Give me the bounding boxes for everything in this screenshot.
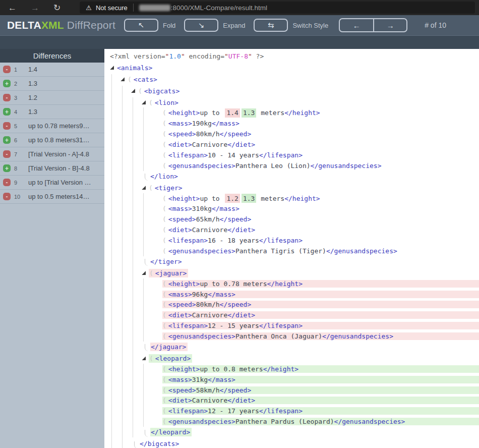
- text-content: 65km/h: [196, 215, 220, 223]
- close-tag-wrap: </lion>: [150, 173, 178, 180]
- element-bracket-icon: (: [149, 184, 153, 192]
- diff-list-item[interactable]: -7[Trial Version - A]-4.8: [0, 147, 104, 161]
- xml-element-cats: (<cats>(<bigcats>(<lion>(<height>up to 1…: [121, 74, 479, 448]
- diff-index: 5: [14, 123, 23, 129]
- collapse-toggle-icon[interactable]: [142, 186, 146, 190]
- fold-button[interactable]: ↖: [124, 19, 158, 32]
- close-tag: </leopard>: [151, 428, 190, 436]
- open-tag: <animals>: [117, 64, 152, 72]
- leaf-bracket-icon: (: [162, 226, 166, 234]
- leaf-line-fill: (<diet>Carnivore</diet>: [162, 311, 479, 319]
- declaration-close: ?>: [252, 52, 264, 60]
- open-tag: <speed>: [168, 215, 196, 223]
- close-tag: </diet>: [227, 226, 255, 234]
- reload-icon[interactable]: ↻: [53, 4, 61, 12]
- text-content: 58km/h: [196, 386, 220, 394]
- open-tag-line: (<tiger>: [142, 183, 479, 193]
- xml-diff-panel: <?xml version="1.0" encoding="UTF-8" ?><…: [104, 49, 479, 448]
- collapse-toggle-icon[interactable]: [121, 77, 125, 81]
- open-tag-line: (<bigcats>: [131, 86, 479, 96]
- declaration-open: <?xml version=: [110, 52, 165, 60]
- xml-leaf-genusandspecies: (<genusandspecies>Panthera Onca (Jaguar)…: [152, 331, 479, 342]
- xml-leaf-height: (<height>up to 1.21.3 meters</height>: [152, 193, 479, 204]
- not-secure-label: Not secure: [96, 4, 128, 12]
- close-tag: </genusandspecies>: [334, 418, 405, 425]
- fold-hook-icon: [145, 174, 148, 181]
- open-tag-wrap: (<cats>: [128, 76, 157, 83]
- leaf-bracket-icon: (: [162, 195, 166, 202]
- text-content: 310kg: [192, 205, 212, 212]
- leaf-line-fill: (<lifespan>16 - 18 years</lifespan>: [162, 237, 479, 244]
- diff-list-item[interactable]: -5up to 0.78 meters9…: [0, 119, 104, 133]
- close-tag: </genusandspecies>: [311, 162, 382, 170]
- previous-arrow-icon: ←: [353, 21, 361, 30]
- diff-text: [Trial Version - B]-4.8: [28, 164, 90, 172]
- previous-diff-button[interactable]: ←: [340, 19, 373, 31]
- xml-encoding-value: UTF-8: [228, 52, 248, 60]
- diff-list-item[interactable]: +41.3: [0, 105, 104, 119]
- leaf-bracket-icon: (: [162, 418, 166, 425]
- fold-label: Fold: [163, 22, 175, 29]
- open-tag: <genusandspecies>: [168, 418, 235, 425]
- leaf-line-fill: (<lifespan>10 - 14 years</lifespan>: [162, 151, 479, 159]
- open-tag: <genusandspecies>: [168, 247, 235, 255]
- collapse-toggle-icon[interactable]: [142, 356, 146, 360]
- leaf-bracket-icon: (: [162, 130, 166, 138]
- brand-xml: XML: [41, 19, 64, 31]
- diff-list-item[interactable]: -10up to 0.5 meters14…: [0, 190, 104, 204]
- text-content: 190kg: [192, 120, 212, 127]
- removed-text: 1.2: [225, 194, 239, 203]
- leaf-bracket-icon: (: [162, 141, 166, 148]
- collapse-toggle-icon[interactable]: [131, 89, 135, 93]
- open-tag: <mass>: [168, 205, 192, 212]
- diff-index: 3: [14, 95, 23, 101]
- leaf-line-fill: (<genusandspecies>Panthera Onca (Jaguar)…: [162, 332, 479, 340]
- leaf-line-fill: (<genusandspecies>Panthera Leo (Lion)</g…: [162, 162, 479, 170]
- open-tag-wrap: (<lion>: [149, 99, 178, 106]
- leaf-line-fill: (<lifespan>12 - 17 years</lifespan>: [162, 407, 479, 415]
- collapse-toggle-icon[interactable]: [110, 66, 114, 70]
- xml-leaf-genusandspecies: (<genusandspecies>Panthera Leo (Lion)</g…: [152, 160, 479, 171]
- text-content: meters: [257, 109, 284, 117]
- open-tag: <mass>: [168, 120, 192, 127]
- open-tag: <genusandspecies>: [168, 332, 235, 340]
- diff-index: 9: [14, 180, 23, 186]
- diff-list-item[interactable]: -9up to [Trial Version …: [0, 176, 104, 190]
- address-bar[interactable]: ⚠ Not secure :8000/XML-Compare/result.ht…: [80, 2, 475, 14]
- leaf-line-fill: (<mass>310kg</mass>: [162, 205, 479, 212]
- removed-badge-icon: -: [3, 179, 11, 186]
- forward-icon[interactable]: →: [31, 4, 39, 12]
- diff-text: up to 0.8 meters31…: [28, 136, 89, 144]
- diff-list-item[interactable]: +21.3: [0, 77, 104, 91]
- leaf-bracket-icon: (: [162, 322, 166, 329]
- diff-text: 1.2: [28, 94, 37, 101]
- leaf-line-fill: (<genusandspecies>Panthera Tigris (Tiger…: [162, 247, 479, 255]
- leaf-bracket-icon: (: [162, 151, 166, 159]
- leaf-line-fill: (<mass>96kg</mass>: [162, 291, 479, 298]
- diff-list-item[interactable]: -31.2: [0, 91, 104, 105]
- leaf-bracket-icon: (: [162, 120, 166, 127]
- diff-text: up to [Trial Version …: [28, 179, 91, 186]
- leaf-bracket-icon: (: [162, 365, 166, 373]
- leaf-bracket-icon: (: [162, 407, 166, 415]
- close-tag-wrap: </tiger>: [150, 258, 182, 265]
- back-icon[interactable]: ←: [8, 4, 17, 12]
- collapse-toggle-icon[interactable]: [142, 271, 146, 275]
- diff-list-item[interactable]: -11.4: [0, 63, 104, 77]
- diff-list-item[interactable]: +8[Trial Version - B]-4.8: [0, 161, 104, 176]
- open-tag-wrap: (<jaguar>: [149, 269, 188, 277]
- leaf-line-fill: (<height>up to 0.78 meters</height>: [162, 280, 479, 288]
- leaf-line-fill: (<diet>Carnivore</diet>: [162, 141, 479, 148]
- open-tag: <height>: [168, 109, 200, 117]
- next-diff-button[interactable]: →: [373, 19, 406, 31]
- open-tag-wrap: (<bigcats>: [138, 87, 179, 95]
- expand-button[interactable]: ↘: [184, 19, 218, 32]
- text-content: Panthera Leo (Lion): [235, 162, 311, 170]
- collapse-toggle-icon[interactable]: [142, 100, 146, 104]
- diff-text: 1.4: [28, 66, 37, 73]
- xml-leaf-height: (<height>up to 1.41.3 meters</height>: [152, 107, 479, 118]
- open-tag: <speed>: [168, 130, 196, 138]
- open-tag: <cats>: [134, 76, 157, 83]
- switch-style-button[interactable]: ⇆: [254, 19, 288, 32]
- diff-list-item[interactable]: +6up to 0.8 meters31…: [0, 133, 104, 147]
